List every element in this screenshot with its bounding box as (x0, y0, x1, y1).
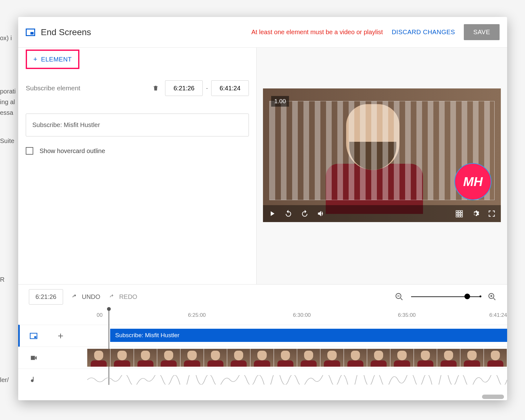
hovercard-outline-label: Show hovercard outline (40, 147, 105, 155)
redo-label: REDO (119, 293, 137, 300)
hovercard-outline-checkbox[interactable] (26, 147, 33, 155)
subscribe-element-box[interactable]: Subscribe: Misfit Hustler (26, 114, 249, 136)
zoom-in-button[interactable] (488, 292, 496, 301)
end-time-input[interactable] (211, 80, 249, 96)
modal-title: End Screens (41, 27, 91, 37)
redo-button[interactable]: REDO (108, 293, 137, 300)
bg-text: Suite (0, 137, 14, 145)
start-time-input[interactable] (165, 80, 203, 96)
svg-rect-8 (34, 336, 36, 338)
zoom-badge: 1.00 (271, 96, 289, 107)
audio-track-row (18, 369, 507, 391)
preview-panel: 1.00 MH (257, 48, 507, 284)
plus-icon: + (33, 55, 37, 63)
time-separator: - (206, 85, 208, 92)
element-type-label: Subscribe element (26, 84, 153, 92)
forward-10-icon[interactable] (301, 210, 309, 218)
svg-line-1 (401, 298, 403, 300)
svg-line-4 (494, 298, 496, 300)
undo-label: UNDO (82, 293, 100, 300)
undo-button[interactable]: UNDO (71, 293, 100, 300)
playhead-time-input[interactable]: 6:21:26 (29, 289, 63, 305)
end-screens-modal: End Screens At least one element must be… (18, 17, 507, 400)
ruler-tick: 6:30:00 (293, 312, 311, 318)
rewind-10-icon[interactable] (284, 210, 292, 218)
timeline-section: 6:21:26 UNDO REDO 00 6:25:00 6:30:00 (18, 284, 507, 400)
bg-text: essa (0, 109, 13, 116)
audio-waveform[interactable] (87, 369, 507, 391)
add-track-element-button[interactable] (56, 332, 65, 340)
add-element-label: ELEMENT (41, 56, 72, 63)
subscribe-segment[interactable]: Subscribe: Misfit Hustler (110, 329, 507, 342)
end-screen-icon (26, 29, 35, 36)
bg-text: R (0, 276, 4, 283)
bg-text: ox) i (0, 35, 12, 42)
delete-element-button[interactable] (153, 84, 159, 92)
add-element-button[interactable]: + ELEMENT (26, 50, 79, 69)
video-player[interactable]: 1.00 MH (263, 88, 501, 222)
volume-icon[interactable] (317, 210, 325, 218)
zoom-slider[interactable] (411, 292, 480, 301)
end-screen-track-row: Subscribe: Misfit Hustler (18, 325, 507, 347)
bg-text: ing al (0, 98, 15, 106)
discard-changes-button[interactable]: DISCARD CHANGES (392, 29, 455, 36)
audio-track-icon (29, 376, 38, 384)
ruler-tick: 6:35:00 (398, 312, 416, 318)
end-screen-track-icon (29, 332, 38, 340)
play-icon[interactable] (268, 210, 276, 218)
horizontal-scrollbar[interactable] (482, 395, 504, 399)
bg-text: ler/ (0, 376, 9, 384)
bg-text: porati (0, 88, 16, 95)
player-controls (263, 205, 501, 222)
settings-icon[interactable] (471, 210, 479, 218)
grid-icon[interactable] (455, 210, 463, 218)
ruler-tick: 00 (97, 312, 103, 318)
video-track-row (18, 347, 507, 369)
modal-header: End Screens At least one element must be… (18, 17, 507, 48)
subscribe-overlay-element[interactable]: MH (454, 163, 491, 200)
fullscreen-icon[interactable] (488, 210, 496, 218)
video-track-icon (29, 354, 38, 362)
ruler-tick: 6:25:00 (188, 312, 206, 318)
ruler-tick: 6:41:24 (489, 312, 507, 318)
left-panel: + ELEMENT Subscribe element - Subscribe:… (18, 48, 257, 284)
timeline-ruler[interactable]: 00 6:25:00 6:30:00 6:35:00 6:41:24 (87, 309, 507, 325)
validation-warning: At least one element must be a video or … (251, 29, 383, 36)
video-thumbnail-strip[interactable] (87, 347, 507, 369)
zoom-out-button[interactable] (395, 292, 404, 301)
save-button[interactable]: SAVE (464, 24, 500, 40)
